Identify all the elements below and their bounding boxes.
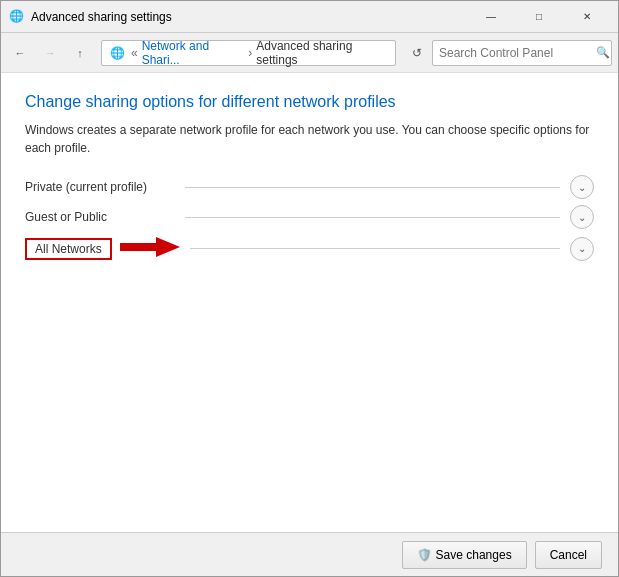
search-bar: 🔍: [432, 40, 612, 66]
save-changes-label: Save changes: [436, 548, 512, 562]
breadcrumb-bar: 🌐 « Network and Shari... › Advanced shar…: [101, 40, 396, 66]
profile-private-line: [185, 187, 560, 188]
breadcrumb-arrow: ›: [248, 46, 252, 60]
nav-bar: ← → ↑ 🌐 « Network and Shari... › Advance…: [1, 33, 618, 73]
profile-private-chevron[interactable]: ⌄: [570, 175, 594, 199]
breadcrumb-network[interactable]: Network and Shari...: [142, 39, 245, 67]
save-changes-button[interactable]: 🛡️ Save changes: [402, 541, 527, 569]
svg-marker-0: [120, 237, 180, 257]
up-button[interactable]: ↑: [67, 40, 93, 66]
profile-guest-line: [185, 217, 560, 218]
shield-icon: 🛡️: [417, 548, 432, 562]
red-arrow-icon: [120, 235, 180, 262]
all-networks-chevron[interactable]: ⌄: [570, 237, 594, 261]
page-title: Change sharing options for different net…: [25, 93, 594, 111]
maximize-button[interactable]: □: [516, 3, 562, 31]
page-description: Windows creates a separate network profi…: [25, 121, 594, 157]
profile-guest-public[interactable]: Guest or Public ⌄: [25, 205, 594, 229]
content-area: Change sharing options for different net…: [1, 73, 618, 532]
minimize-button[interactable]: —: [468, 3, 514, 31]
back-button[interactable]: ←: [7, 40, 33, 66]
close-button[interactable]: ✕: [564, 3, 610, 31]
refresh-button[interactable]: ↺: [406, 42, 428, 64]
profile-private-label: Private (current profile): [25, 180, 175, 194]
window-title: Advanced sharing settings: [31, 10, 468, 24]
breadcrumb-current: Advanced sharing settings: [256, 39, 389, 67]
breadcrumb-separator-1: «: [131, 46, 138, 60]
profile-all-networks[interactable]: All Networks ⌄: [25, 235, 594, 262]
all-networks-button[interactable]: All Networks: [25, 238, 112, 260]
title-bar-controls: — □ ✕: [468, 3, 610, 31]
all-networks-line: [190, 248, 560, 249]
breadcrumb: 🌐 « Network and Shari... › Advanced shar…: [108, 39, 389, 67]
profile-private[interactable]: Private (current profile) ⌄: [25, 175, 594, 199]
title-bar: 🌐 Advanced sharing settings — □ ✕: [1, 1, 618, 33]
search-input[interactable]: [433, 46, 595, 60]
window-icon: 🌐: [9, 9, 25, 25]
cancel-button[interactable]: Cancel: [535, 541, 602, 569]
profile-guest-label: Guest or Public: [25, 210, 175, 224]
footer: 🛡️ Save changes Cancel: [1, 532, 618, 576]
breadcrumb-icon: 🌐: [110, 46, 125, 60]
profile-guest-chevron[interactable]: ⌄: [570, 205, 594, 229]
search-button[interactable]: 🔍: [595, 41, 611, 65]
forward-button[interactable]: →: [37, 40, 63, 66]
main-window: 🌐 Advanced sharing settings — □ ✕ ← → ↑ …: [0, 0, 619, 577]
